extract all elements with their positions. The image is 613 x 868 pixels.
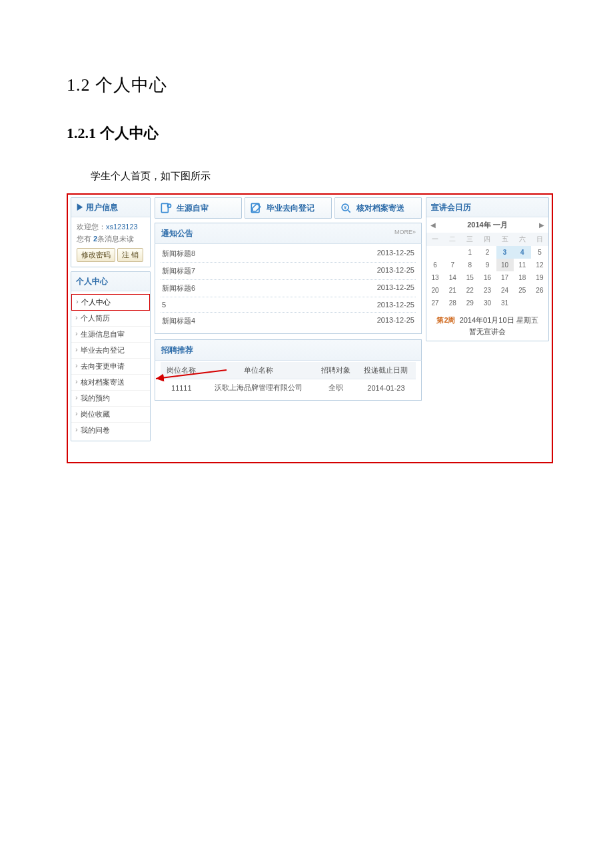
sidebar-item-0[interactable]: 个人中心 <box>71 294 150 311</box>
calendar-day[interactable]: 20 <box>426 284 444 297</box>
msg-suffix: 条消息未读 <box>97 235 134 243</box>
calendar-day[interactable]: 6 <box>426 259 444 271</box>
action-label: 毕业去向登记 <box>267 203 314 214</box>
calendar-day[interactable]: 11 <box>514 259 531 271</box>
notice-item-date: 2013-12-25 <box>377 266 414 276</box>
calendar-day[interactable]: 5 <box>531 246 548 259</box>
notice-header: 通知公告 MORE» <box>155 223 422 244</box>
sidebar-item-7[interactable]: 岗位收藏 <box>71 407 150 423</box>
sidebar-item-8[interactable]: 我的问卷 <box>71 423 150 438</box>
jobs-table: 岗位名称单位名称招聘对象投递截止日期 11111沃歌上海品牌管理有限公司全职20… <box>161 362 416 396</box>
calendar-day[interactable]: 30 <box>478 297 496 309</box>
notice-item-date: 2013-12-25 <box>377 283 414 293</box>
sidebar-item-1[interactable]: 个人简历 <box>71 311 150 327</box>
section-heading-1: 1.2 个人中心 <box>67 73 553 97</box>
jobs-row[interactable]: 11111沃歌上海品牌管理有限公司全职2014-01-23 <box>161 379 416 397</box>
sidebar-item-6[interactable]: 我的预约 <box>71 391 150 407</box>
action-label: 生源自审 <box>177 203 209 214</box>
notice-section: 通知公告 MORE» 新闻标题82013-12-25新闻标题72013-12-2… <box>155 223 422 334</box>
notice-item-date: 2013-12-25 <box>377 316 414 326</box>
calendar-dow: 四 <box>478 233 496 246</box>
calendar-day[interactable]: 15 <box>461 271 478 284</box>
message-line[interactable]: 您有 2条消息未读 <box>77 234 145 244</box>
calendar-day[interactable]: 31 <box>496 297 514 309</box>
calendar-week-label: 第2周 <box>436 316 455 324</box>
calendar-day[interactable]: 23 <box>478 284 496 297</box>
sidebar-menu-title: 个人中心 <box>71 272 150 291</box>
calendar-day[interactable]: 28 <box>444 297 461 309</box>
jobs-title: 招聘推荐 <box>161 345 193 355</box>
calendar-day <box>514 297 531 309</box>
calendar-day[interactable]: 10 <box>496 259 514 271</box>
msg-prefix: 您有 <box>77 235 93 243</box>
action-button-0[interactable]: 生源自审 <box>155 197 242 219</box>
calendar-footer: 第2周 2014年01月10日 星期五 暂无宣讲会 <box>426 309 548 341</box>
notice-item-title: 新闻标题7 <box>162 266 195 276</box>
notice-title: 通知公告 <box>161 229 193 238</box>
calendar-day[interactable]: 26 <box>531 284 548 297</box>
action-icon-2: ¥ <box>339 201 352 215</box>
notice-item-title: 5 <box>162 301 166 309</box>
logout-button[interactable]: 注 销 <box>117 248 143 262</box>
calendar-day[interactable]: 24 <box>496 284 514 297</box>
calendar-day[interactable]: 21 <box>444 284 461 297</box>
action-button-1[interactable]: 毕业去向登记 <box>245 197 332 219</box>
sidebar-item-4[interactable]: 去向变更申请 <box>71 359 150 375</box>
calendar-day[interactable]: 19 <box>531 271 548 284</box>
calendar-panel: 宣讲会日历 ◀ 2014年 一月 ▶ 一二三四五六日 1234567891011… <box>426 197 549 341</box>
notice-row[interactable]: 新闻标题72013-12-25 <box>161 263 416 280</box>
calendar-prev-button[interactable]: ◀ <box>430 221 436 229</box>
welcome-label: 欢迎您： <box>77 223 106 231</box>
notice-row[interactable]: 新闻标题42013-12-25 <box>161 313 416 329</box>
calendar-day[interactable]: 13 <box>426 271 444 284</box>
userinfo-title: ▶ 用户信息 <box>71 198 150 217</box>
sidebar-item-2[interactable]: 生源信息自审 <box>71 327 150 343</box>
screenshot-container: ▶ 用户信息 欢迎您：xs123123 您有 2条消息未读 修改密码 注 销 个… <box>67 193 553 463</box>
notice-item-date: 2013-12-25 <box>377 301 414 309</box>
calendar-day[interactable]: 7 <box>444 259 461 271</box>
change-password-button[interactable]: 修改密码 <box>77 248 115 262</box>
calendar-day[interactable]: 17 <box>496 271 514 284</box>
calendar-day[interactable]: 2 <box>478 246 496 259</box>
notice-item-title: 新闻标题8 <box>162 249 195 259</box>
notice-row[interactable]: 52013-12-25 <box>161 297 416 313</box>
calendar-day[interactable]: 1 <box>461 246 478 259</box>
calendar-dow: 日 <box>531 233 548 246</box>
calendar-next-button[interactable]: ▶ <box>539 221 544 229</box>
calendar-day[interactable]: 12 <box>531 259 548 271</box>
action-icon-1 <box>249 201 263 215</box>
calendar-day[interactable]: 4 <box>514 246 531 259</box>
jobs-col-header: 招聘对象 <box>314 362 356 379</box>
calendar-grid: 一二三四五六日 12345678910111213141516171819202… <box>426 233 548 309</box>
notice-item-date: 2013-12-25 <box>377 249 414 259</box>
calendar-title: 宣讲会日历 <box>426 198 548 217</box>
calendar-day[interactable]: 3 <box>496 246 514 259</box>
calendar-day[interactable]: 18 <box>514 271 531 284</box>
calendar-selected-date: 2014年01月10日 星期五 <box>460 316 538 324</box>
calendar-day[interactable]: 9 <box>478 259 496 271</box>
jobs-cell: 沃歌上海品牌管理有限公司 <box>203 379 315 397</box>
calendar-dow: 三 <box>461 233 478 246</box>
calendar-day[interactable]: 29 <box>461 297 478 309</box>
notice-row[interactable]: 新闻标题62013-12-25 <box>161 280 416 297</box>
calendar-day[interactable]: 8 <box>461 259 478 271</box>
calendar-day[interactable]: 14 <box>444 271 461 284</box>
section-heading-2: 1.2.1 个人中心 <box>67 123 553 143</box>
calendar-day[interactable]: 27 <box>426 297 444 309</box>
jobs-cell: 2014-01-23 <box>356 379 416 397</box>
jobs-col-header: 投递截止日期 <box>356 362 416 379</box>
svg-rect-0 <box>161 203 168 212</box>
jobs-header: 招聘推荐 <box>155 339 422 361</box>
sidebar-item-3[interactable]: 毕业去向登记 <box>71 343 150 359</box>
notice-row[interactable]: 新闻标题82013-12-25 <box>161 245 416 263</box>
calendar-empty-text: 暂无宣讲会 <box>469 327 506 335</box>
calendar-day[interactable]: 25 <box>514 284 531 297</box>
calendar-day[interactable]: 16 <box>478 271 496 284</box>
calendar-day[interactable]: 22 <box>461 284 478 297</box>
action-button-2[interactable]: ¥核对档案寄送 <box>334 197 422 219</box>
sidebar-item-5[interactable]: 核对档案寄送 <box>71 375 150 391</box>
calendar-dow: 五 <box>496 233 514 246</box>
calendar-dow: 一 <box>426 233 444 246</box>
notice-more-link[interactable]: MORE» <box>394 229 416 235</box>
calendar-dow: 六 <box>514 233 531 246</box>
